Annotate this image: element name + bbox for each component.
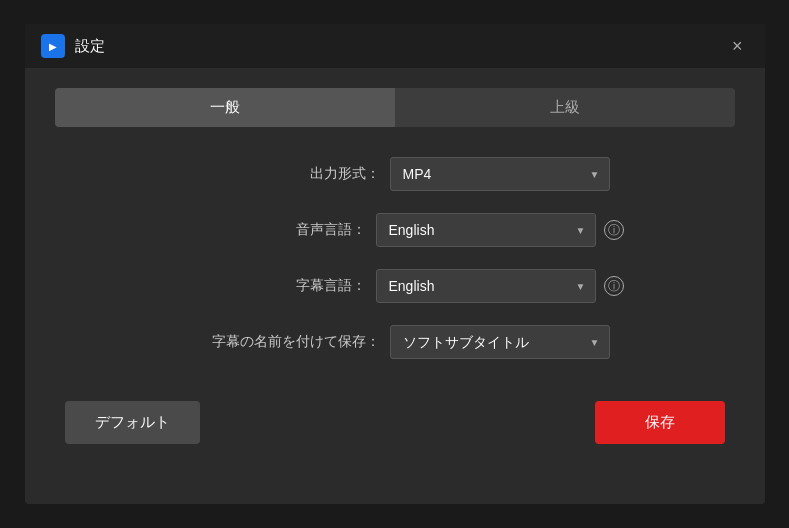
subtitle-language-dropdown-wrapper: English Japanese Chinese Spanish xyxy=(376,269,596,303)
audio-language-label: 音声言語： xyxy=(166,221,366,239)
tab-advanced[interactable]: 上級 xyxy=(395,88,735,127)
tab-general[interactable]: 一般 xyxy=(55,88,395,127)
output-format-row: 出力形式： MP4 MKV AVI MOV xyxy=(55,157,735,191)
subtitle-save-label: 字幕の名前を付けて保存： xyxy=(180,333,380,351)
subtitle-save-dropdown-wrapper: ソフトサブタイトル ハードサブタイトル xyxy=(390,325,610,359)
subtitle-save-select[interactable]: ソフトサブタイトル ハードサブタイトル xyxy=(390,325,610,359)
footer: デフォルト 保存 xyxy=(25,381,765,454)
subtitle-language-select[interactable]: English Japanese Chinese Spanish xyxy=(376,269,596,303)
subtitle-save-row: 字幕の名前を付けて保存： ソフトサブタイトル ハードサブタイトル xyxy=(55,325,735,359)
output-format-select[interactable]: MP4 MKV AVI MOV xyxy=(390,157,610,191)
default-button[interactable]: デフォルト xyxy=(65,401,200,444)
audio-language-control: English Japanese Chinese Spanish ⓘ xyxy=(376,213,624,247)
audio-language-row: 音声言語： English Japanese Chinese Spanish ⓘ xyxy=(55,213,735,247)
close-button[interactable]: × xyxy=(726,35,749,57)
subtitle-save-control: ソフトサブタイトル ハードサブタイトル xyxy=(390,325,610,359)
tab-bar: 一般 上級 xyxy=(55,88,735,127)
app-icon xyxy=(41,34,65,58)
output-format-control: MP4 MKV AVI MOV xyxy=(390,157,610,191)
audio-language-info-icon[interactable]: ⓘ xyxy=(604,220,624,240)
subtitle-language-row: 字幕言語： English Japanese Chinese Spanish ⓘ xyxy=(55,269,735,303)
title-bar: 設定 × xyxy=(25,24,765,68)
save-button[interactable]: 保存 xyxy=(595,401,725,444)
title-left: 設定 xyxy=(41,34,105,58)
audio-language-select[interactable]: English Japanese Chinese Spanish xyxy=(376,213,596,247)
settings-dialog: 設定 × 一般 上級 出力形式： MP4 MKV AVI MOV 音声言語： xyxy=(25,24,765,504)
audio-language-dropdown-wrapper: English Japanese Chinese Spanish xyxy=(376,213,596,247)
subtitle-language-info-icon[interactable]: ⓘ xyxy=(604,276,624,296)
subtitle-language-label: 字幕言語： xyxy=(166,277,366,295)
dialog-title: 設定 xyxy=(75,37,105,56)
output-format-dropdown-wrapper: MP4 MKV AVI MOV xyxy=(390,157,610,191)
form-area: 出力形式： MP4 MKV AVI MOV 音声言語： English xyxy=(25,157,765,359)
output-format-label: 出力形式： xyxy=(180,165,380,183)
subtitle-language-control: English Japanese Chinese Spanish ⓘ xyxy=(376,269,624,303)
